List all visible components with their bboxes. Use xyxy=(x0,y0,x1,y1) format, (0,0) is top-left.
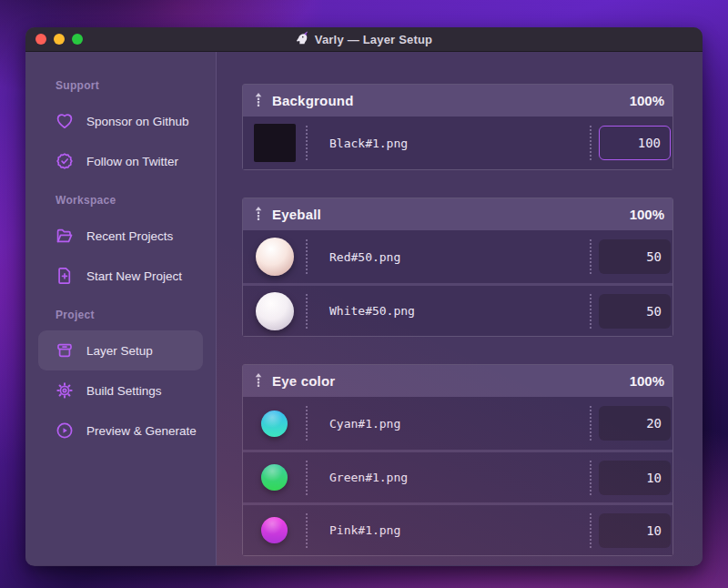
layer-thumbnail-cell xyxy=(243,411,306,437)
sidebar-item-build-settings[interactable]: Build Settings xyxy=(38,370,203,411)
layer-setup-panel: Background100%Black#1.pngEyeball100%Red#… xyxy=(217,52,703,565)
traffic-lights xyxy=(35,27,83,51)
sidebar-item-layer-setup[interactable]: Layer Setup xyxy=(38,330,203,370)
sidebar-item-label: Recent Projects xyxy=(86,229,173,243)
dotted-divider xyxy=(306,294,308,329)
close-button[interactable] xyxy=(35,34,46,45)
folder-open-icon xyxy=(55,226,75,246)
layer-row: Green#1.png xyxy=(243,450,672,502)
dotted-divider xyxy=(306,461,308,495)
badge-check-icon xyxy=(55,151,75,171)
sidebar-section-label: Support xyxy=(56,79,216,92)
file-plus-icon xyxy=(55,266,75,286)
layer-filename: Red#50.png xyxy=(329,250,400,264)
minimize-button[interactable] xyxy=(54,34,65,45)
layer-rows: Black#1.png xyxy=(243,117,672,169)
layer-weight-input[interactable] xyxy=(599,406,671,441)
layer-thumbnail xyxy=(254,124,296,162)
dotted-divider xyxy=(590,126,592,160)
dotted-divider xyxy=(590,406,592,441)
archive-box-icon xyxy=(55,340,75,360)
sidebar-item-label: Sponsor on Github xyxy=(86,115,189,128)
layer-thumbnail-cell xyxy=(243,292,306,330)
layer-thumbnail xyxy=(261,411,288,437)
layer-group-opacity: 100% xyxy=(630,93,664,108)
heart-icon xyxy=(55,111,75,131)
layer-group-name: Eyeball xyxy=(272,207,321,222)
layer-thumbnail-cell xyxy=(243,238,306,276)
sidebar: SupportSponsor on GithubFollow on Twitte… xyxy=(25,52,217,565)
layer-thumbnail xyxy=(261,517,288,543)
sidebar-section: WorkspaceRecent ProjectsStart New Projec… xyxy=(25,194,216,296)
layer-row: Red#50.png xyxy=(243,230,672,283)
layer-group-opacity: 100% xyxy=(630,373,664,389)
sidebar-section-label: Workspace xyxy=(56,194,216,207)
layer-thumbnail-cell xyxy=(243,464,306,491)
sidebar-section: SupportSponsor on GithubFollow on Twitte… xyxy=(25,79,216,181)
layer-group-name: Background xyxy=(272,93,354,108)
layer-group: Eye color100%Cyan#1.pngGreen#1.pngPink#1… xyxy=(242,364,673,556)
layer-weight-input[interactable] xyxy=(599,513,671,548)
layer-filename: Green#1.png xyxy=(329,471,408,484)
window-title-text: Varly — Layer Setup xyxy=(315,33,433,46)
layer-group-opacity: 100% xyxy=(630,207,664,222)
layer-rows: Cyan#1.pngGreen#1.pngPink#1.png xyxy=(243,397,672,555)
layer-weight-input[interactable] xyxy=(599,294,671,329)
layer-thumbnail xyxy=(256,292,294,330)
layer-filename: Cyan#1.png xyxy=(329,417,400,431)
layer-group-name: Eye color xyxy=(272,373,335,389)
sidebar-item-sponsor-on-github[interactable]: Sponsor on Github xyxy=(38,101,203,141)
layer-weight-input[interactable] xyxy=(599,461,671,495)
window-title: Varly — Layer Setup xyxy=(296,31,433,47)
title-bar: Varly — Layer Setup xyxy=(25,27,703,52)
dotted-divider xyxy=(306,126,308,160)
dotted-divider xyxy=(306,239,308,274)
layer-rows: Red#50.pngWhite#50.png xyxy=(243,230,672,336)
layer-row: Pink#1.png xyxy=(243,502,672,555)
layer-group-header: Eye color100% xyxy=(243,365,672,397)
drag-handle-icon[interactable] xyxy=(254,373,263,389)
layer-filename: Black#1.png xyxy=(329,137,408,150)
dotted-divider xyxy=(590,239,592,274)
layer-weight-input[interactable] xyxy=(599,239,671,274)
sidebar-item-label: Follow on Twitter xyxy=(86,155,178,168)
sidebar-item-follow-on-twitter[interactable]: Follow on Twitter xyxy=(38,141,203,181)
layer-weight-input[interactable] xyxy=(599,126,671,160)
unicorn-icon xyxy=(296,31,309,47)
sidebar-item-preview-generate[interactable]: Preview & Generate xyxy=(38,411,203,451)
desktop-background: Varly — Layer Setup SupportSponsor on Gi… xyxy=(0,0,728,588)
drag-handle-icon[interactable] xyxy=(254,93,263,108)
sidebar-item-label: Start New Project xyxy=(86,269,182,283)
layer-group-header: Background100% xyxy=(243,85,672,117)
app-window: Varly — Layer Setup SupportSponsor on Gi… xyxy=(25,27,703,566)
dotted-divider xyxy=(306,406,308,441)
gear-icon xyxy=(55,380,75,400)
zoom-button[interactable] xyxy=(72,34,83,45)
layer-thumbnail-cell xyxy=(243,124,306,162)
sidebar-section-label: Project xyxy=(56,309,216,321)
sidebar-item-label: Layer Setup xyxy=(86,344,153,358)
layer-row: Cyan#1.png xyxy=(243,397,672,450)
layer-thumbnail xyxy=(256,238,294,276)
sidebar-item-start-new-project[interactable]: Start New Project xyxy=(38,256,203,296)
layer-group: Background100%Black#1.png xyxy=(242,84,673,170)
layer-filename: Pink#1.png xyxy=(329,523,400,537)
layer-filename: White#50.png xyxy=(329,304,415,318)
sidebar-item-label: Preview & Generate xyxy=(86,424,197,438)
dotted-divider xyxy=(306,513,308,548)
sidebar-item-label: Build Settings xyxy=(86,384,162,398)
layer-group-header: Eyeball100% xyxy=(243,198,672,230)
dotted-divider xyxy=(590,294,592,329)
window-body: SupportSponsor on GithubFollow on Twitte… xyxy=(25,52,703,565)
layer-row: White#50.png xyxy=(243,283,672,336)
sidebar-item-recent-projects[interactable]: Recent Projects xyxy=(38,216,203,256)
layer-thumbnail xyxy=(261,464,288,491)
dotted-divider xyxy=(590,513,592,548)
sidebar-section: ProjectLayer SetupBuild SettingsPreview … xyxy=(25,309,216,451)
layer-thumbnail-cell xyxy=(243,517,306,543)
layer-row: Black#1.png xyxy=(243,117,672,169)
layer-group: Eyeball100%Red#50.pngWhite#50.png xyxy=(242,198,673,337)
dotted-divider xyxy=(590,461,592,495)
play-circle-icon xyxy=(55,421,75,441)
drag-handle-icon[interactable] xyxy=(254,207,263,222)
